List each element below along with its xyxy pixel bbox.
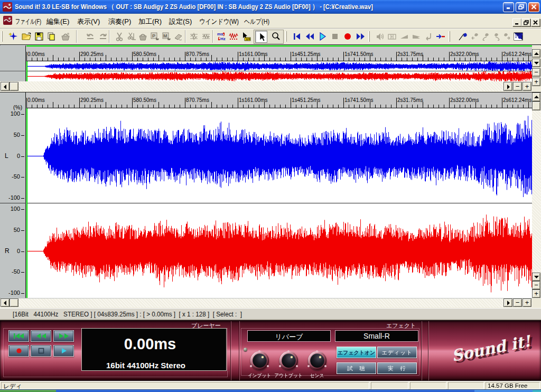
knob-1[interactable] [279, 351, 298, 370]
start-button[interactable] [0, 390, 56, 392]
ms-hz-convert-button[interactable] [215, 31, 227, 43]
knob-2[interactable] [308, 351, 327, 370]
main-vscroll-thumb[interactable] [532, 101, 540, 110]
overview-vertical-buttons[interactable]: − + [532, 45, 541, 91]
main-scroll-thumb[interactable] [10, 298, 18, 307]
knob-0[interactable] [250, 351, 269, 370]
effect-preset-display[interactable]: Small-R [335, 330, 418, 342]
flag-pen-button[interactable] [456, 31, 469, 43]
overview-scroll-right-button[interactable] [503, 82, 512, 91]
ramp-down-button[interactable] [410, 31, 422, 43]
main-scroll-up-button[interactable] [532, 92, 540, 101]
paste-insert-button[interactable] [148, 31, 161, 43]
menu-item-4[interactable]: 加工(R) [138, 17, 162, 26]
erase-button[interactable] [172, 31, 184, 43]
main-vzoom-out-button[interactable]: − [532, 281, 540, 290]
new-file-button[interactable] [7, 31, 19, 43]
main-scroll-right-button[interactable] [503, 298, 512, 307]
film-frames-button[interactable] [386, 31, 398, 43]
main-waveform[interactable] [26, 108, 532, 298]
player-skip-start-button[interactable] [8, 330, 29, 342]
mdi-restore-button[interactable] [521, 18, 530, 26]
menu-item-0[interactable]: ファイル(F) [15, 17, 41, 26]
cut-button[interactable] [113, 31, 125, 43]
overview-vzoom-in-button[interactable]: + [532, 78, 540, 86]
main-vzoom-in-button[interactable]: + [532, 290, 540, 298]
redo-button[interactable] [97, 31, 109, 43]
player-stop-button[interactable] [31, 345, 51, 357]
zoom-tool-button[interactable] [269, 31, 282, 43]
paste-button[interactable] [137, 31, 149, 43]
windows-taskbar[interactable] [0, 389, 541, 392]
player-play-button[interactable] [53, 345, 74, 357]
menu-item-7[interactable]: ヘルプ(H) [244, 17, 269, 26]
skip-start-button[interactable] [291, 31, 303, 43]
fade-in-button[interactable] [188, 31, 200, 43]
image-dialog-button[interactable] [512, 31, 524, 43]
overview-scroll-left-button[interactable] [1, 82, 10, 91]
mdi-minimize-button[interactable] [512, 18, 521, 26]
open-file-button[interactable] [20, 31, 32, 43]
overview-left-channel-wave[interactable] [26, 61, 532, 71]
flag-next-button[interactable] [500, 31, 512, 43]
effect-execute-button[interactable]: 実 行 [377, 362, 417, 374]
overview-zoom-in-button[interactable]: + [523, 82, 531, 91]
copy-file-button[interactable] [45, 31, 57, 43]
trim-button[interactable] [125, 31, 137, 43]
cursor-position-button[interactable] [239, 31, 251, 43]
overview-time-ruler[interactable]: 0.00ms290.25ms580.50ms870.75ms1s161.00ms… [26, 46, 532, 61]
overview-scroll-down-button[interactable] [532, 59, 540, 67]
document-icon[interactable] [3, 16, 12, 25]
overview-vzoom-out-button[interactable]: − [532, 68, 540, 77]
record-wizard-button[interactable] [59, 31, 71, 43]
format-status-text: [16Bit 44100Hz STEREO ] [ 04s839.25ms ] … [13, 311, 242, 318]
player-rewind-button[interactable] [31, 330, 51, 342]
player-record-button[interactable] [8, 345, 29, 357]
minimize-button[interactable] [503, 2, 514, 12]
play-button[interactable] [316, 31, 328, 43]
menu-item-6[interactable]: ウインドウ(W) [199, 17, 239, 26]
loop-back-button[interactable] [422, 31, 434, 43]
mdi-close-button[interactable] [531, 18, 540, 26]
overview-waveform[interactable] [26, 61, 532, 81]
marker-button[interactable] [434, 31, 446, 43]
overview-scroll-up-button[interactable] [532, 49, 540, 58]
overview-right-channel-wave[interactable] [26, 71, 532, 81]
effect-edit-button[interactable]: エディット [377, 347, 417, 358]
paste-mix-button[interactable] [160, 31, 172, 43]
main-time-ruler[interactable]: 0.00ms290.25ms580.50ms870.75ms1s161.00ms… [26, 92, 532, 108]
main-horizontal-scrollbar[interactable]: − + [0, 298, 532, 307]
effect-type-display[interactable]: リバーブ [247, 330, 331, 342]
overview-horizontal-scrollbar[interactable]: − + [0, 81, 532, 91]
menu-item-5[interactable]: 設定(S) [169, 17, 192, 26]
main-hzoom-out-button[interactable]: − [513, 298, 522, 307]
restore-button[interactable] [516, 2, 527, 12]
effect-audition-button[interactable]: 試 聴 [337, 362, 376, 374]
close-button[interactable] [528, 2, 539, 12]
menu-item-3[interactable]: 演奏(P) [108, 17, 131, 26]
right-channel-waveform[interactable] [26, 203, 532, 298]
red-wave-button[interactable] [227, 31, 239, 43]
ramp-up-button[interactable] [398, 31, 410, 43]
toolbar: P M msHz 124 [0, 28, 541, 44]
speaker-button[interactable] [374, 31, 386, 43]
main-scroll-down-button[interactable] [532, 273, 540, 281]
fast-forward-button[interactable] [354, 31, 366, 43]
main-hzoom-in-button[interactable]: + [523, 298, 531, 307]
menu-item-2[interactable]: 表示(V) [77, 17, 100, 26]
overview-zoom-out-button[interactable]: − [513, 82, 522, 91]
player-fast-forward-button[interactable] [53, 330, 74, 342]
record-button[interactable] [341, 31, 353, 43]
menu-item-1[interactable]: 編集(E) [46, 17, 69, 26]
pointer-tool-button[interactable] [255, 31, 267, 43]
effect-on-button[interactable]: エフェクトオン [337, 347, 376, 358]
undo-button[interactable] [84, 31, 96, 43]
save-file-button[interactable] [33, 31, 45, 43]
left-channel-waveform[interactable] [26, 108, 532, 203]
main-scroll-left-button[interactable] [1, 298, 10, 307]
stop-button[interactable] [329, 31, 341, 43]
rewind-button[interactable] [303, 31, 315, 43]
overview-scroll-thumb[interactable] [10, 82, 18, 91]
main-vertical-scrollbar[interactable]: − + [532, 92, 541, 298]
fade-out-button[interactable] [200, 31, 212, 43]
